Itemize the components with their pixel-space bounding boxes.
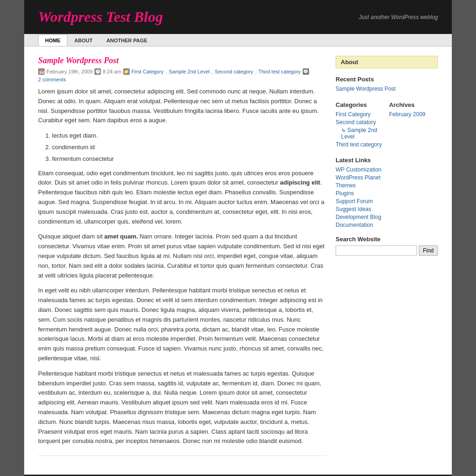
archives-title: Archives (389, 101, 438, 108)
latest-links-title: Latest Links (336, 157, 438, 164)
post-list: lectus eget diam. condimentum id ferment… (52, 131, 326, 164)
recent-posts-title: Recent Posts (336, 76, 438, 83)
cat-first[interactable]: First Category (132, 69, 164, 74)
sidebar: About Recent Posts Sample Wordpress Post… (336, 56, 438, 465)
search-form: Find (336, 245, 438, 256)
cat-link-first[interactable]: First Category (336, 111, 384, 118)
link-plugins[interactable]: Plugins (336, 190, 438, 197)
blog-title: Wordpress Test Blog (38, 8, 163, 26)
post-comments[interactable]: 2 comments (38, 77, 66, 82)
post-date: February 19th, 2009 (46, 69, 93, 74)
post-body: Lorem ipsum dolor sit amet, consectetur … (38, 87, 326, 446)
cat-third[interactable]: Third test category (258, 69, 301, 74)
calendar-icon: 📅 (38, 68, 45, 75)
post-title: Sample Wordpress Post (38, 56, 326, 66)
list-item: lectus eget diam. (52, 131, 326, 141)
post-meta: 📅 February 19th, 2009 🕐 8:24 am 📁 First … (38, 68, 326, 82)
list-item: fermentum consectetur (52, 154, 326, 164)
link-wp-customization[interactable]: WP Customization (336, 166, 438, 173)
recent-posts-widget: Recent Posts Sample Wordpress Post (336, 76, 438, 92)
search-button[interactable]: Find (419, 245, 438, 256)
search-input[interactable] (336, 245, 417, 256)
post-paragraph-3: Quisque aliquet diam sit amet quam. Nam … (38, 232, 326, 280)
nav-home[interactable]: HOME (38, 34, 67, 46)
link-suggest-ideas[interactable]: Suggest Ideas (336, 206, 438, 212)
main-content: Sample Wordpress Post 📅 February 19th, 2… (38, 56, 326, 465)
latest-links-widget: Latest Links WP Customization WordPress … (336, 157, 438, 228)
header: Wordpress Test Blog Just another WordPre… (24, 0, 452, 34)
content-wrapper: Sample Wordpress Post 📅 February 19th, 2… (24, 46, 452, 475)
archive-link-feb[interactable]: February 2009 (389, 111, 438, 118)
archives-block: Archives February 2009 (389, 99, 438, 149)
link-documentation[interactable]: Documentation (336, 222, 438, 228)
cat-sample-2nd[interactable]: Sample 2nd Level (169, 69, 210, 74)
about-widget: About (336, 56, 438, 68)
comment-icon: 💬 (303, 68, 309, 75)
post-paragraph-5: Pellentesque habitant morbi tristique se… (38, 369, 326, 446)
folder-icon: 📁 (123, 68, 130, 75)
categories-title: Categories (336, 101, 384, 108)
cats-archives-row: Categories First Category Second catator… (336, 99, 438, 149)
categories-block: Categories First Category Second catator… (336, 99, 384, 149)
link-themes[interactable]: Themes (336, 182, 438, 189)
recent-post-link[interactable]: Sample Wordpress Post (336, 86, 438, 92)
tagline: Just another WordPress weblog (359, 14, 438, 20)
nav-about[interactable]: ABOUT (67, 34, 99, 46)
post-divider (38, 456, 326, 456)
search-title: Search Website (336, 236, 438, 243)
cat-link-sample2nd[interactable]: ↳ Sample 2nd Level (341, 127, 384, 140)
post-paragraph-2: Etiam consequat, odio eget condimentum t… (38, 169, 326, 227)
cat-link-second[interactable]: Second catatory (336, 119, 384, 126)
cats-archives-widget: Categories First Category Second catator… (336, 99, 438, 149)
link-support-forum[interactable]: Support Forum (336, 198, 438, 205)
link-wordpress-planet[interactable]: WordPress Planet (336, 174, 438, 181)
post-time: 8:24 am (103, 69, 121, 74)
post-paragraph-4: In eget velit eu nibh ullamcorper interd… (38, 286, 326, 363)
list-item: condimentum id (52, 143, 326, 152)
cat-second[interactable]: Second category (215, 69, 253, 74)
link-development-blog[interactable]: Development Blog (336, 214, 438, 220)
about-title: About (336, 56, 438, 68)
nav-another-page[interactable]: ANOTHER PAGE (99, 34, 154, 46)
search-widget: Search Website Find (336, 236, 438, 256)
nav: HOME ABOUT ANOTHER PAGE (24, 34, 452, 46)
clock-icon: 🕐 (94, 68, 101, 75)
post-paragraph-1: Lorem ipsum dolor sit amet, consectetur … (38, 87, 326, 126)
cat-link-third[interactable]: Third test category (336, 141, 384, 148)
